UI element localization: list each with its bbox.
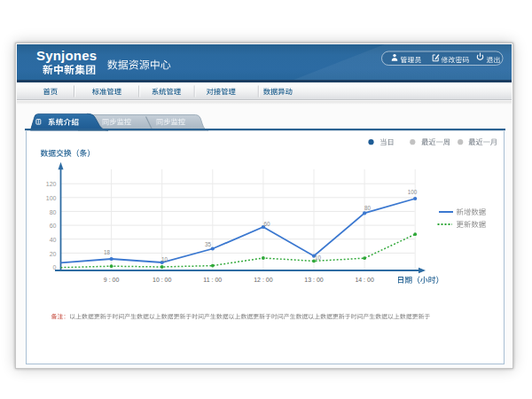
svg-text:100: 100 bbox=[408, 189, 418, 195]
svg-text:12 : 00: 12 : 00 bbox=[254, 277, 273, 283]
svg-text:120: 120 bbox=[46, 181, 57, 187]
svg-text:40: 40 bbox=[50, 237, 57, 243]
svg-text:18: 18 bbox=[104, 249, 111, 255]
svg-text:35: 35 bbox=[205, 241, 212, 247]
svg-text:14 : 00: 14 : 00 bbox=[355, 277, 374, 283]
svg-text:10: 10 bbox=[315, 254, 322, 261]
svg-text:10: 10 bbox=[161, 256, 168, 262]
svg-text:11 : 00: 11 : 00 bbox=[203, 277, 222, 283]
svg-text:0: 0 bbox=[53, 264, 57, 270]
svg-text:80: 80 bbox=[364, 205, 372, 211]
svg-text:100: 100 bbox=[46, 195, 57, 201]
svg-text:10 : 00: 10 : 00 bbox=[153, 277, 172, 283]
svg-text:60: 60 bbox=[50, 223, 57, 229]
svg-text:9 : 00: 9 : 00 bbox=[104, 277, 120, 283]
svg-text:13 : 00: 13 : 00 bbox=[304, 277, 324, 283]
svg-text:80: 80 bbox=[50, 209, 57, 215]
svg-text:60: 60 bbox=[263, 221, 270, 227]
svg-text:20: 20 bbox=[50, 251, 57, 257]
